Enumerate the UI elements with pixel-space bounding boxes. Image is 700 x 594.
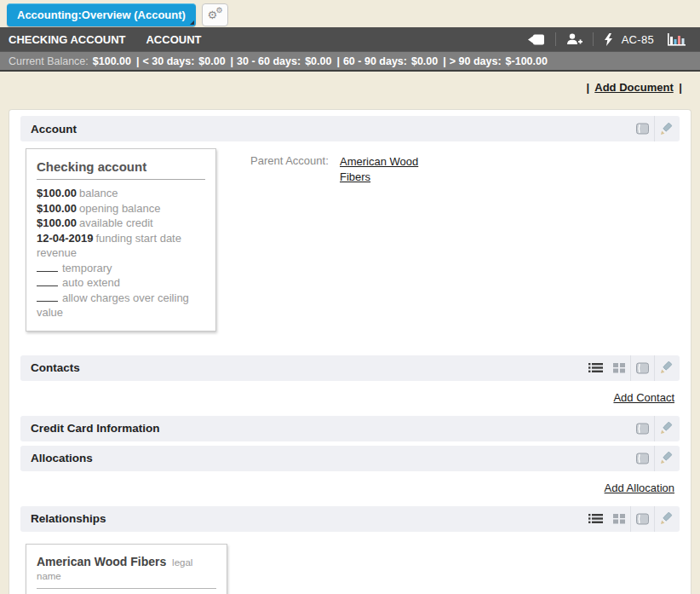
nav-item-checking-account[interactable]: CHECKING ACCOUNT: [9, 33, 125, 46]
record-code: AC-85: [622, 33, 654, 46]
list-view-icon: [588, 362, 603, 373]
section-title-account: Account: [31, 123, 77, 136]
funding-start-date-value: 12-04-2019: [37, 232, 94, 245]
section-title-allocations: Allocations: [31, 452, 93, 464]
pipe-right: |: [679, 81, 682, 94]
book-icon: [635, 423, 650, 435]
section-title-contacts: Contacts: [31, 361, 80, 374]
contacts-header-icons: [584, 355, 678, 381]
current-balance-label: Current Balance:: [9, 55, 89, 67]
relationships-section-body: American Wood Fibers legal name 2500 Owe…: [20, 538, 680, 594]
video-camera-button[interactable]: [523, 34, 550, 45]
grid-view-icon: [613, 513, 625, 524]
aging-30-60-value: $0.00: [305, 55, 331, 67]
field-funding-start-date: 12-04-2019funding start date: [37, 231, 205, 246]
tab-resize-corner-icon: [190, 20, 194, 25]
field-available-credit: $100.00available credit: [37, 216, 205, 231]
contacts-grid-view-button[interactable]: [607, 355, 630, 381]
contacts-edit-button[interactable]: [655, 355, 678, 381]
account-section-body: Checking account $100.00balance $100.00o…: [20, 148, 680, 355]
relationships-edit-button[interactable]: [655, 506, 678, 532]
field-opening-balance: $100.00opening balance: [37, 201, 205, 216]
relationship-name-row: American Wood Fibers legal name: [37, 555, 216, 589]
section-header-allocations: Allocations: [20, 446, 680, 471]
pencil-icon: [660, 512, 673, 525]
field-balance: $100.00balance: [37, 186, 205, 201]
aging-90-value: $-100.00: [506, 55, 548, 67]
add-contact-link[interactable]: Add Contact: [613, 391, 674, 404]
allocations-header-icons: [631, 446, 678, 471]
pencil-icon: [660, 361, 673, 374]
parent-account-row: Parent Account: American Wood Fibers: [250, 148, 422, 332]
checking-account-card-title: Checking account: [37, 159, 205, 180]
credit-card-book-button[interactable]: [631, 416, 654, 441]
relationships-list-view-button[interactable]: [584, 506, 607, 532]
pencil-icon: [660, 123, 673, 136]
parent-account-link[interactable]: American Wood Fibers: [340, 154, 422, 332]
list-view-icon: [588, 513, 603, 524]
contacts-book-button[interactable]: [631, 355, 654, 381]
available-credit-label: available credit: [79, 216, 153, 229]
app-tab-label: Accounting:Overview (Account): [17, 9, 186, 21]
credit-card-header-icons: [631, 416, 678, 441]
allocations-add-row: Add Allocation: [20, 471, 680, 506]
add-document-link[interactable]: Add Document: [594, 81, 673, 94]
top-tab-strip: Accounting:Overview (Account) ⚙⚙: [0, 0, 700, 27]
relationships-book-button[interactable]: [631, 506, 654, 532]
add-allocation-link[interactable]: Add Allocation: [605, 482, 674, 494]
bar-chart-button[interactable]: [661, 32, 691, 47]
balance-label: balance: [79, 187, 118, 199]
account-edit-button[interactable]: [655, 116, 678, 141]
checking-account-card: Checking account $100.00balance $100.00o…: [26, 148, 216, 332]
nav-separator: [593, 32, 594, 46]
gears-icon: ⚙⚙: [207, 9, 222, 22]
aging-60-90-label: 60 - 90 days:: [343, 55, 407, 67]
allocations-edit-button[interactable]: [655, 446, 678, 471]
available-credit-value: $100.00: [37, 216, 77, 229]
section-header-account: Account: [20, 116, 680, 141]
lightning-bolt-icon: [604, 33, 613, 46]
document-toolbar: | Add Document |: [0, 72, 700, 94]
aging-90-label: > 90 days:: [450, 55, 502, 67]
balance-separator: |: [231, 55, 234, 67]
relationship-card: American Wood Fibers legal name 2500 Owe…: [26, 544, 227, 594]
book-icon: [635, 453, 650, 464]
pipe-left: |: [587, 81, 590, 94]
funding-start-date-label: funding start date: [96, 232, 181, 245]
relationships-grid-view-button[interactable]: [607, 506, 630, 532]
allow-charges-label: allow charges over ceiling value: [37, 291, 189, 320]
pencil-icon: [660, 422, 673, 435]
section-header-relationships: Relationships: [20, 506, 680, 532]
temporary-label: temporary: [62, 262, 112, 274]
field-auto-extend: auto extend: [37, 275, 205, 291]
balance-separator: |: [336, 55, 340, 67]
balance-value: $100.00: [37, 187, 77, 199]
nav-item-account[interactable]: ACCOUNT: [146, 33, 201, 46]
account-book-button[interactable]: [631, 116, 654, 141]
lightning-button[interactable]: [599, 33, 618, 46]
nav-separator: [555, 32, 556, 46]
aging-60-90-value: $0.00: [411, 55, 438, 67]
field-temporary: temporary: [37, 261, 205, 276]
auto-extend-label: auto extend: [62, 276, 120, 289]
tab-settings-button[interactable]: ⚙⚙: [202, 3, 228, 26]
add-person-icon: [566, 33, 582, 45]
credit-card-edit-button[interactable]: [655, 416, 678, 441]
blank-value-line: [37, 262, 58, 272]
balance-separator: |: [136, 55, 140, 67]
allocations-book-button[interactable]: [631, 446, 654, 471]
balance-separator: |: [443, 55, 446, 67]
nav-right-tools: AC-85: [523, 32, 691, 47]
current-balance-value: $100.00: [93, 55, 131, 67]
aging-30-60-label: 30 - 60 days:: [237, 55, 301, 67]
aging-30-value: $0.00: [198, 55, 225, 67]
aging-30-label: < 30 days:: [143, 55, 195, 67]
parent-account-label: Parent Account:: [250, 154, 340, 332]
pencil-icon: [660, 452, 673, 464]
contacts-list-view-button[interactable]: [584, 355, 607, 381]
add-person-button[interactable]: [561, 33, 588, 45]
blank-value-line: [37, 291, 58, 302]
relationship-name: American Wood Fibers: [37, 555, 166, 568]
app-tab-accounting-overview[interactable]: Accounting:Overview (Account): [7, 3, 196, 26]
contacts-add-row: Add Contact: [20, 381, 680, 416]
